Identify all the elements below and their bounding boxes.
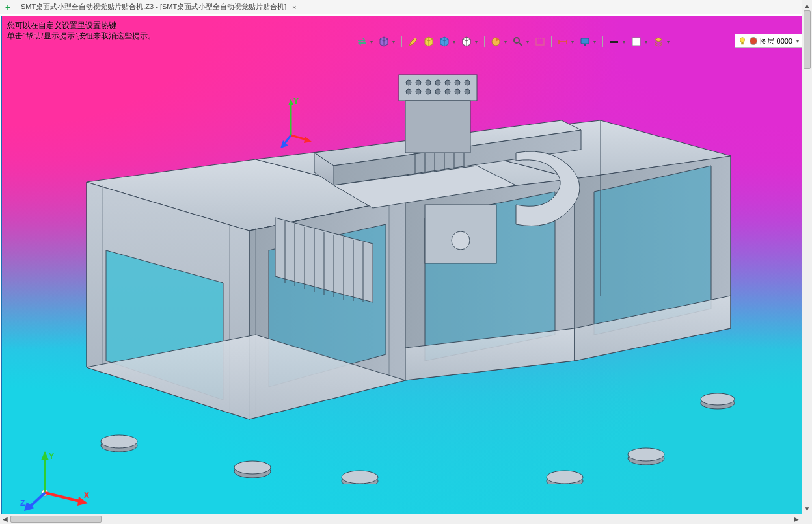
cad-model[interactable] bbox=[61, 55, 750, 484]
view-toolbar: ▾ ▾ ▾ ▾ ▾ ▾ ▾ ▾ ▾ ▾ ▾ bbox=[353, 34, 673, 49]
svg-marker-48 bbox=[304, 137, 312, 143]
tab-label: SMT桌面式小型全自动视觉贴片贴合机.Z3 - [SMT桌面式小型全自动视觉贴片… bbox=[21, 2, 286, 12]
svg-point-14 bbox=[342, 471, 378, 484]
svg-rect-2 bbox=[536, 38, 544, 45]
chevron-down-icon[interactable]: ▾ bbox=[570, 36, 575, 47]
swatch-white-icon[interactable] bbox=[630, 36, 642, 47]
svg-point-34 bbox=[455, 89, 460, 94]
layers-icon[interactable] bbox=[653, 36, 664, 47]
svg-rect-8 bbox=[741, 42, 744, 45]
svg-point-18 bbox=[628, 448, 664, 461]
rect-select-icon[interactable] bbox=[534, 36, 546, 47]
svg-point-24 bbox=[426, 80, 431, 85]
svg-point-16 bbox=[547, 471, 583, 484]
chevron-down-icon[interactable]: ▾ bbox=[592, 36, 597, 47]
toolbar-separator bbox=[602, 36, 603, 47]
svg-point-33 bbox=[445, 89, 450, 94]
svg-rect-3 bbox=[581, 38, 589, 44]
pie-icon[interactable] bbox=[490, 36, 502, 47]
chevron-down-icon[interactable]: ▾ bbox=[795, 38, 799, 44]
chevron-down-icon[interactable]: ▾ bbox=[643, 36, 649, 47]
hint-text: 您可以在自定义设置里设置热键 单击"帮助/显示提示"按钮来取消这些提示。 bbox=[7, 20, 156, 41]
svg-point-29 bbox=[406, 89, 411, 94]
svg-rect-21 bbox=[399, 75, 477, 101]
svg-point-12 bbox=[234, 461, 271, 474]
svg-point-31 bbox=[426, 89, 431, 94]
svg-point-26 bbox=[445, 80, 450, 85]
layer-prefix: 图层 bbox=[760, 36, 774, 46]
dimension-icon[interactable] bbox=[557, 36, 569, 47]
svg-point-32 bbox=[435, 89, 440, 94]
svg-point-27 bbox=[455, 80, 460, 85]
chevron-down-icon[interactable]: ▾ bbox=[666, 36, 671, 47]
svg-point-1 bbox=[514, 38, 519, 43]
scroll-thumb[interactable] bbox=[804, 10, 811, 69]
layer-color-swatch bbox=[750, 37, 757, 45]
svg-point-30 bbox=[416, 89, 421, 94]
close-icon[interactable]: × bbox=[290, 3, 298, 11]
svg-rect-5 bbox=[610, 41, 618, 43]
view-triad[interactable]: Y X Z bbox=[20, 450, 92, 514]
scroll-left-icon[interactable]: ◀ bbox=[0, 514, 10, 524]
horizontal-scrollbar[interactable]: ◀ ▶ bbox=[0, 514, 802, 524]
chevron-down-icon[interactable]: ▾ bbox=[452, 36, 457, 47]
svg-point-25 bbox=[435, 80, 440, 85]
svg-line-54 bbox=[45, 493, 83, 502]
svg-rect-36 bbox=[405, 101, 470, 153]
chevron-down-icon[interactable]: ▾ bbox=[621, 36, 627, 47]
swap-icon[interactable] bbox=[356, 36, 368, 47]
axis-z-label: Z bbox=[20, 499, 25, 508]
chevron-down-icon[interactable]: ▾ bbox=[369, 36, 374, 47]
layer-name: 0000 bbox=[777, 37, 792, 45]
chevron-down-icon[interactable]: ▾ bbox=[503, 36, 508, 47]
model-origin-triad: Y bbox=[280, 98, 312, 150]
new-tab-button[interactable]: + bbox=[3, 2, 13, 12]
scroll-down-icon[interactable]: ▼ bbox=[802, 503, 812, 514]
svg-point-7 bbox=[740, 38, 744, 42]
zoom-icon[interactable] bbox=[512, 36, 524, 47]
chevron-down-icon[interactable]: ▾ bbox=[391, 36, 396, 47]
toolbar-separator bbox=[551, 36, 552, 47]
axis-y-label: Y bbox=[49, 452, 54, 461]
cube-yellow-icon[interactable] bbox=[423, 36, 435, 47]
axis-x-label: X bbox=[84, 491, 89, 500]
axis-y-label: Y bbox=[293, 98, 299, 106]
line-weight-icon[interactable] bbox=[608, 36, 620, 47]
toolbar-separator bbox=[484, 36, 485, 47]
vertical-scrollbar[interactable]: ▲ ▼ bbox=[802, 0, 812, 514]
scroll-up-icon[interactable]: ▲ bbox=[802, 0, 812, 10]
chevron-down-icon[interactable]: ▾ bbox=[474, 36, 479, 47]
bulb-icon bbox=[738, 36, 747, 46]
monitor-icon[interactable] bbox=[579, 36, 591, 47]
box-outline-icon[interactable] bbox=[461, 36, 472, 47]
svg-point-28 bbox=[465, 80, 470, 85]
tab-bar: + SMT桌面式小型全自动视觉贴片贴合机.Z3 - [SMT桌面式小型全自动视觉… bbox=[0, 0, 812, 14]
svg-rect-6 bbox=[632, 38, 640, 46]
toolbar-separator bbox=[401, 36, 402, 47]
scroll-thumb[interactable] bbox=[10, 516, 102, 523]
viewport[interactable]: ▾ ▾ ▾ ▾ ▾ ▾ ▾ ▾ ▾ ▾ ▾ bbox=[1, 16, 811, 523]
svg-point-35 bbox=[465, 89, 470, 94]
svg-point-20 bbox=[701, 393, 735, 405]
svg-point-23 bbox=[416, 80, 421, 85]
svg-marker-46 bbox=[288, 99, 293, 105]
pencil-icon[interactable] bbox=[407, 36, 419, 47]
layer-selector[interactable]: 图层0000 ▾ bbox=[735, 34, 802, 48]
svg-point-22 bbox=[406, 80, 411, 85]
chevron-down-icon[interactable]: ▾ bbox=[525, 36, 530, 47]
svg-marker-53 bbox=[41, 451, 49, 460]
cube-purple-icon[interactable] bbox=[378, 36, 390, 47]
scroll-right-icon[interactable]: ▶ bbox=[791, 514, 802, 524]
svg-point-10 bbox=[101, 435, 137, 448]
svg-rect-4 bbox=[584, 44, 586, 46]
svg-point-44 bbox=[452, 231, 470, 250]
cube-blue-icon[interactable] bbox=[439, 36, 450, 47]
scroll-corner bbox=[802, 514, 812, 524]
document-tab[interactable]: SMT桌面式小型全自动视觉贴片贴合机.Z3 - [SMT桌面式小型全自动视觉贴片… bbox=[16, 1, 303, 14]
